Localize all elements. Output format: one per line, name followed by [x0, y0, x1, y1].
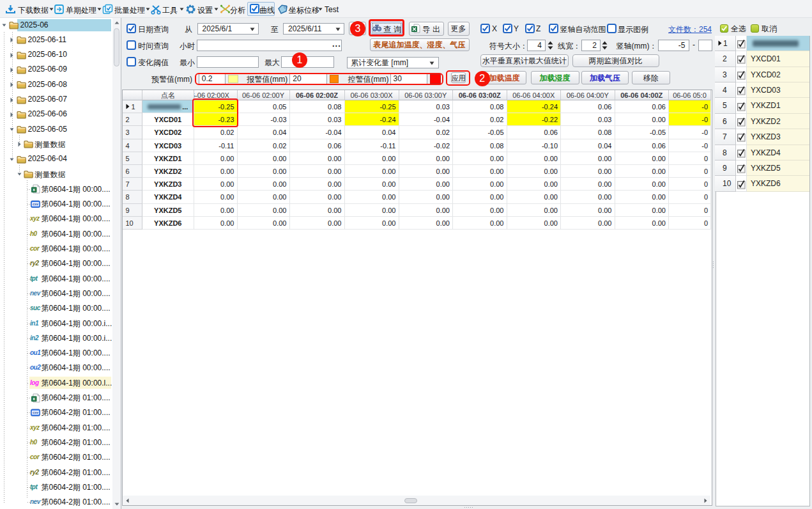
svg-text:csv: csv — [33, 202, 39, 206]
svg-text:csv: csv — [33, 411, 39, 415]
